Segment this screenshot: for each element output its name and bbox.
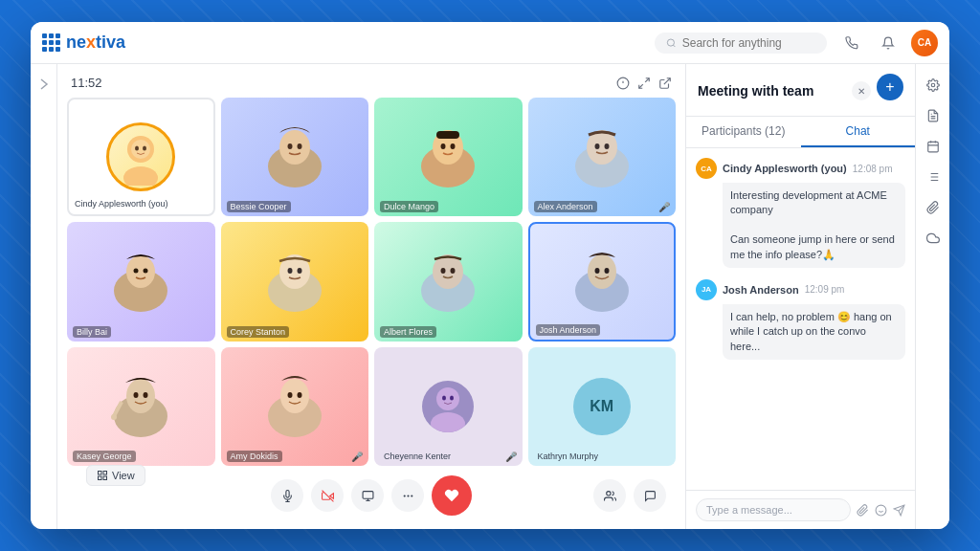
end-call-button[interactable]: [432, 475, 472, 516]
view-label: View: [112, 470, 135, 481]
search-bar[interactable]: [655, 33, 827, 54]
panel-tabs: Participants (12) Chat: [686, 117, 915, 148]
josh-msg-time: 12:09 pm: [805, 284, 845, 295]
more-button[interactable]: [391, 479, 424, 512]
svg-point-44: [134, 392, 139, 398]
monitor-icon: [362, 490, 374, 502]
video-cell-albert: Albert Flores: [374, 222, 523, 341]
svg-rect-57: [103, 472, 107, 475]
svg-point-68: [411, 495, 412, 496]
kasey-avatar: [102, 364, 179, 450]
chat-message-2: JA Josh Anderson 12:09 pm I can help, no…: [696, 279, 905, 360]
controls-center: [67, 472, 676, 519]
right-sidebar: [915, 64, 949, 529]
camera-off-icon: [322, 490, 334, 502]
sidebar-calendar-icon[interactable]: [920, 133, 947, 160]
info-icon[interactable]: [616, 77, 630, 90]
alex-mute-icon: 🎤: [658, 202, 670, 212]
sidebar-attachment-icon[interactable]: [920, 194, 947, 221]
video-controls-wrapper: View: [67, 472, 676, 519]
svg-rect-58: [99, 476, 102, 480]
sidebar-notes-icon[interactable]: [920, 102, 947, 129]
sidebar-cloud-icon[interactable]: [920, 225, 947, 252]
expand-icon[interactable]: [637, 77, 651, 90]
sidebar-toggle[interactable]: [31, 64, 57, 529]
chat-icon: [644, 490, 657, 502]
video-cell-kathryn: KM Kathryn Murphy: [528, 347, 677, 466]
view-button[interactable]: View: [86, 465, 145, 486]
amy-mute-icon: 🎤: [351, 452, 363, 462]
external-link-icon[interactable]: [658, 77, 672, 90]
svg-point-10: [131, 140, 150, 159]
cindy-msg-avatar: CA: [696, 158, 717, 179]
video-name-billy: Billy Bai: [73, 326, 111, 338]
alex-face: [528, 98, 677, 216]
chat-input-area: [686, 490, 915, 529]
video-cell-dulce: Dulce Mango: [374, 98, 523, 216]
svg-point-71: [876, 505, 886, 516]
send-icon[interactable]: [893, 504, 905, 517]
svg-point-69: [404, 495, 405, 496]
billy-avatar: [102, 238, 179, 324]
user-avatar[interactable]: CA: [911, 30, 938, 56]
tab-participants[interactable]: Participants (12): [686, 117, 801, 147]
screen-share-button[interactable]: [351, 479, 384, 512]
add-button[interactable]: +: [877, 74, 903, 100]
svg-line-5: [645, 77, 649, 81]
video-area: 11:52: [57, 64, 685, 529]
msg-header-1: CA Cindy Applesworth (you) 12:08 pm: [696, 158, 905, 179]
chat-toggle-button[interactable]: [634, 479, 666, 512]
sidebar-settings-icon[interactable]: [920, 72, 947, 99]
svg-line-6: [639, 84, 643, 88]
svg-point-55: [450, 395, 454, 400]
meeting-time: 11:52: [71, 76, 102, 90]
microphone-button[interactable]: [271, 479, 303, 512]
app-window: nextiva CA: [31, 22, 949, 529]
camera-button[interactable]: [311, 479, 344, 512]
bessie-face: [221, 98, 369, 216]
header: nextiva CA: [31, 22, 949, 64]
panel-close-button[interactable]: ✕: [852, 81, 871, 100]
phone-icon: [845, 36, 858, 50]
josh-msg-bubble: I can help, no problem 😊 hang on while I…: [723, 304, 905, 360]
svg-point-43: [126, 379, 155, 413]
emoji-icon[interactable]: [875, 504, 887, 517]
svg-point-28: [134, 269, 139, 274]
josh-face: [530, 224, 675, 339]
participants-button[interactable]: [593, 479, 626, 512]
video-name-alex: Alex Anderson: [534, 201, 597, 212]
kasey-face: [67, 347, 215, 466]
svg-point-15: [287, 143, 292, 149]
alex-avatar: [564, 114, 640, 200]
video-cell-kasey: Kasey George: [67, 347, 215, 466]
chat-area: CA Cindy Applesworth (you) 12:08 pm Inte…: [686, 148, 915, 490]
svg-point-20: [451, 143, 456, 149]
phone-icon-btn[interactable]: [838, 30, 865, 56]
svg-point-67: [407, 495, 408, 496]
video-name-cheyenne: Cheyenne Kenter: [380, 451, 455, 462]
video-cell-bessie: Bessie Cooper: [221, 98, 369, 216]
svg-point-39: [588, 254, 616, 289]
chat-input[interactable]: [696, 498, 851, 521]
amy-avatar: [256, 364, 333, 450]
attachment-icon[interactable]: [857, 504, 869, 517]
grid-icon[interactable]: [42, 33, 60, 52]
cindy-msg-time: 12:08 pm: [853, 164, 893, 174]
search-input[interactable]: [682, 36, 815, 50]
billy-face: [67, 222, 215, 341]
svg-point-47: [111, 414, 117, 420]
dulce-avatar: [410, 114, 486, 200]
video-name-albert: Albert Flores: [380, 326, 436, 338]
end-call-icon: [444, 488, 459, 503]
tab-chat[interactable]: Chat: [801, 117, 916, 147]
josh-msg-name: Josh Anderson: [723, 284, 799, 296]
svg-point-24: [594, 143, 599, 149]
video-top-bar: 11:52: [67, 74, 676, 92]
sidebar-list-icon[interactable]: [920, 164, 947, 190]
svg-point-70: [606, 491, 610, 495]
svg-rect-64: [363, 491, 373, 498]
svg-rect-79: [927, 142, 938, 152]
panel-header: Meeting with team ✕ +: [686, 64, 915, 117]
bell-icon-btn[interactable]: [875, 30, 902, 56]
josh-avatar: [564, 238, 640, 324]
